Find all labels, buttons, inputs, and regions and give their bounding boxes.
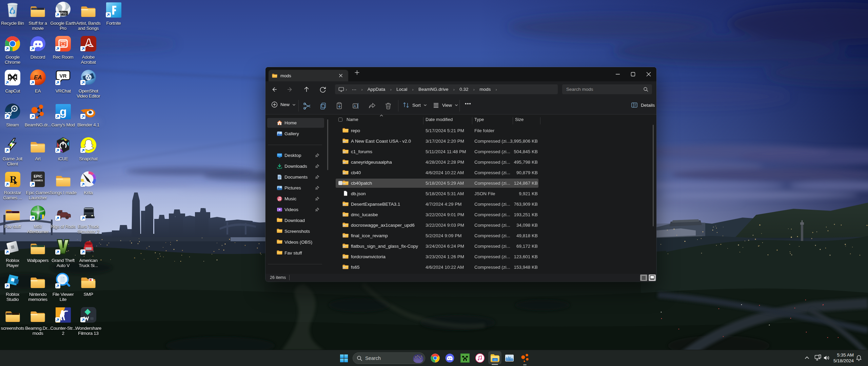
svg-text:VR: VR — [60, 73, 67, 79]
svg-text:A: A — [354, 104, 356, 108]
svg-text:EPIC: EPIC — [34, 174, 42, 178]
svg-text:g: g — [60, 105, 67, 118]
svg-text:Pro: Pro — [60, 11, 66, 15]
svg-text:EA: EA — [34, 74, 42, 81]
